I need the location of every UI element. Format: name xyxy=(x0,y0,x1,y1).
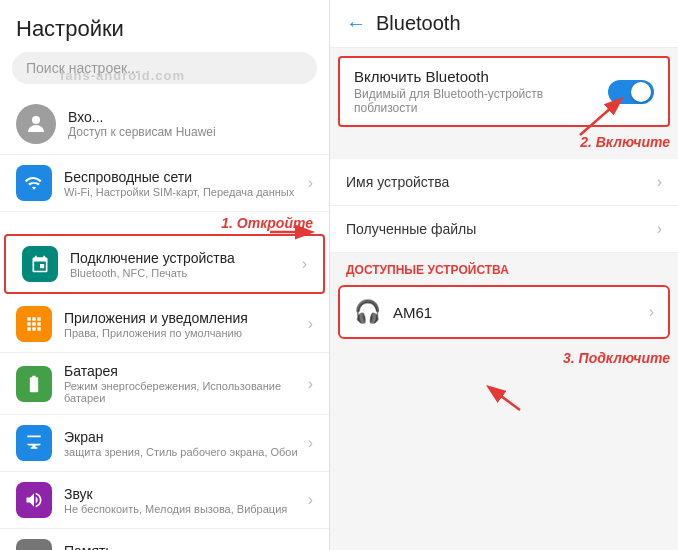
received-files-label: Полученные файлы xyxy=(346,221,657,237)
display-chevron: › xyxy=(308,434,313,452)
search-placeholder: Поиск настроек... xyxy=(26,60,139,76)
device-am61-name: AM61 xyxy=(393,304,649,321)
device-connect-icon xyxy=(22,246,58,282)
settings-item-device-connect[interactable]: Подключение устройства Bluetooth, NFC, П… xyxy=(4,234,325,294)
device-connect-chevron: › xyxy=(302,255,307,273)
battery-sub: Режим энергосбережения, Использование ба… xyxy=(64,380,308,404)
device-am61-card[interactable]: 🎧 AM61 › xyxy=(338,285,670,339)
settings-left-panel: Настройки Поиск настроек... Вхо... Досту… xyxy=(0,0,330,550)
apps-icon xyxy=(16,306,52,342)
apps-text: Приложения и уведомления Права, Приложен… xyxy=(64,310,248,339)
search-bar[interactable]: Поиск настроек... xyxy=(12,52,317,84)
right-list-section: Имя устройства › Полученные файлы › xyxy=(330,159,678,253)
sound-title: Звук xyxy=(64,486,287,502)
settings-title: Настройки xyxy=(0,0,329,52)
wireless-text: Беспроводные сети Wi-Fi, Настройки SIM-к… xyxy=(64,169,294,198)
bt-enable-text: Включить Bluetooth Видимый для Bluetooth… xyxy=(354,68,608,115)
sound-icon xyxy=(16,482,52,518)
bluetooth-enable-card: Включить Bluetooth Видимый для Bluetooth… xyxy=(338,56,670,127)
device-connect-text: Подключение устройства Bluetooth, NFC, П… xyxy=(70,250,235,279)
bluetooth-toggle[interactable] xyxy=(608,80,654,104)
received-files-chevron: › xyxy=(657,220,662,238)
settings-list: Беспроводные сети Wi-Fi, Настройки SIM-к… xyxy=(0,155,329,550)
available-section-header: ДОСТУПНЫЕ УСТРОЙСТВА xyxy=(330,253,678,281)
headphone-icon: 🎧 xyxy=(354,299,381,325)
device-name-item[interactable]: Имя устройства › xyxy=(330,159,678,206)
step3-label: 3. Подключите xyxy=(563,350,670,366)
display-title: Экран xyxy=(64,429,298,445)
device-name-label: Имя устройства xyxy=(346,174,657,190)
step1-label: 1. Откройте xyxy=(221,215,313,231)
step2-label: 2. Включите xyxy=(580,134,670,150)
storage-text: Память Память, Очистка памяти xyxy=(64,543,190,551)
display-text: Экран защита зрения, Стиль рабочего экра… xyxy=(64,429,298,458)
bt-enable-row: Включить Bluetooth Видимый для Bluetooth… xyxy=(354,68,654,115)
battery-chevron: › xyxy=(308,375,313,393)
settings-item-sound[interactable]: Звук Не беспокоить, Мелодия вызова, Вибр… xyxy=(0,472,329,529)
wireless-sub: Wi-Fi, Настройки SIM-карт, Передача данн… xyxy=(64,186,294,198)
account-name: Вхо... xyxy=(68,109,216,125)
wireless-title: Беспроводные сети xyxy=(64,169,294,185)
device-connect-sub: Bluetooth, NFC, Печать xyxy=(70,267,235,279)
avatar xyxy=(16,104,56,144)
apps-sub: Права, Приложения по умолчанию xyxy=(64,327,248,339)
svg-point-0 xyxy=(32,116,40,124)
wireless-icon xyxy=(16,165,52,201)
bt-enable-label: Включить Bluetooth xyxy=(354,68,608,85)
right-title: Bluetooth xyxy=(376,12,461,35)
apps-title: Приложения и уведомления xyxy=(64,310,248,326)
display-sub: защита зрения, Стиль рабочего экрана, Об… xyxy=(64,446,298,458)
battery-text: Батарея Режим энергосбережения, Использо… xyxy=(64,363,308,404)
settings-item-wireless[interactable]: Беспроводные сети Wi-Fi, Настройки SIM-к… xyxy=(0,155,329,212)
received-files-item[interactable]: Полученные файлы › xyxy=(330,206,678,253)
storage-icon xyxy=(16,539,52,550)
settings-item-display[interactable]: Экран защита зрения, Стиль рабочего экра… xyxy=(0,415,329,472)
battery-title: Батарея xyxy=(64,363,308,379)
bt-enable-sub: Видимый для Bluetooth-устройств поблизос… xyxy=(354,87,608,115)
account-sub: Доступ к сервисам Huawei xyxy=(68,125,216,139)
account-row[interactable]: Вхо... Доступ к сервисам Huawei xyxy=(0,94,329,155)
sound-sub: Не беспокоить, Мелодия вызова, Вибрация xyxy=(64,503,287,515)
settings-item-apps[interactable]: Приложения и уведомления Права, Приложен… xyxy=(0,296,329,353)
bluetooth-right-panel: ← Bluetooth Включить Bluetooth Видимый д… xyxy=(330,0,678,550)
display-icon xyxy=(16,425,52,461)
toggle-knob xyxy=(631,82,651,102)
device-name-chevron: › xyxy=(657,173,662,191)
device-connect-title: Подключение устройства xyxy=(70,250,235,266)
wireless-chevron: › xyxy=(308,174,313,192)
right-header: ← Bluetooth xyxy=(330,0,678,48)
device-am61-chevron: › xyxy=(649,303,654,321)
back-arrow-icon[interactable]: ← xyxy=(346,12,366,35)
settings-item-storage[interactable]: Память Память, Очистка памяти › xyxy=(0,529,329,550)
battery-icon xyxy=(16,366,52,402)
apps-chevron: › xyxy=(308,315,313,333)
account-info: Вхо... Доступ к сервисам Huawei xyxy=(68,109,216,139)
sound-chevron: › xyxy=(308,491,313,509)
settings-item-battery[interactable]: Батарея Режим энергосбережения, Использо… xyxy=(0,353,329,415)
sound-text: Звук Не беспокоить, Мелодия вызова, Вибр… xyxy=(64,486,287,515)
storage-title: Память xyxy=(64,543,190,551)
